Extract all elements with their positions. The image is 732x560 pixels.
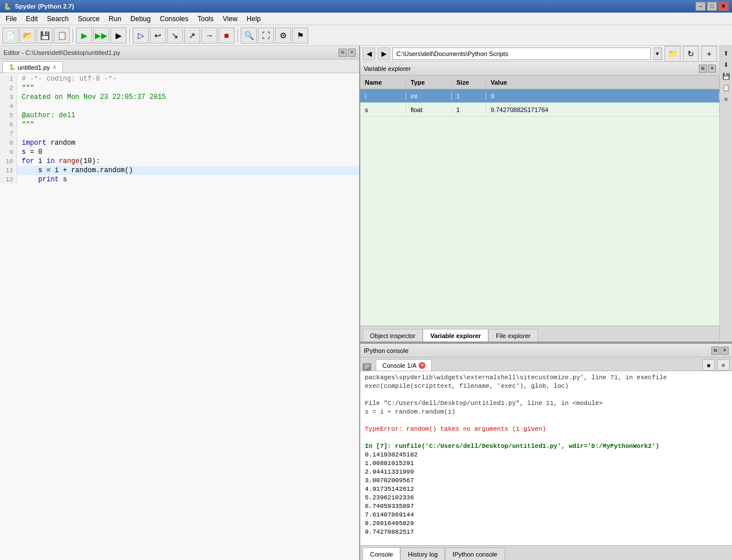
console-tab-close[interactable]: ✕ — [419, 362, 425, 369]
sidebar-icon-1[interactable]: ⬆ — [721, 48, 731, 58]
debug-step-into-button[interactable]: ↘ — [167, 27, 183, 43]
find-button[interactable]: 🔍 — [241, 27, 257, 43]
console-line-2: exec(compile(scripttext, filename, 'exec… — [365, 382, 727, 391]
editor-tab[interactable]: 🐍 untitled1.py ✕ — [2, 61, 63, 73]
editor-panel-controls: ⧉ ✕ — [339, 49, 356, 57]
var-explorer-close-button[interactable]: ✕ — [708, 65, 716, 73]
menu-view[interactable]: View — [218, 14, 242, 24]
tab-label: untitled1.py — [18, 64, 50, 71]
console-close-button[interactable]: ✕ — [721, 347, 729, 355]
nav-refresh-button[interactable]: ↻ — [683, 46, 699, 62]
tab-close-icon[interactable]: ✕ — [52, 64, 57, 70]
minimize-button[interactable]: ─ — [695, 2, 706, 11]
main-toolbar: 📄 📂 💾 📋 ▶ ▶▶ ▶ ▷ ↩ ↘ ↗ → ■ 🔍 ⛶ ⚙ ⚑ — [0, 25, 732, 46]
code-line-6: 6 """ — [0, 120, 359, 129]
console-line-9: In [7]: runfile('C:/Users/dell/Desktop/u… — [365, 442, 727, 451]
save-file-button[interactable]: 💾 — [37, 27, 53, 43]
console-line-4: File "C:/Users/dell/Desktop/untitled1.py… — [365, 399, 727, 408]
nav-path[interactable]: C:\Users\dell\Documents\Python Scripts — [392, 47, 651, 60]
nav-add-button[interactable]: + — [701, 46, 717, 62]
menu-help[interactable]: Help — [242, 14, 265, 24]
tab-object-inspector[interactable]: Object inspector — [363, 329, 423, 341]
sidebar-icon-3[interactable]: 💾 — [721, 71, 731, 81]
right-panel: ◀ ▶ C:\Users\dell\Documents\Python Scrip… — [360, 46, 732, 560]
menu-edit[interactable]: Edit — [21, 14, 42, 24]
console-line-7: TypeError: random() takes no arguments (… — [365, 425, 727, 434]
window-controls: ─ □ ✕ — [695, 2, 729, 11]
open-file-button[interactable]: 📂 — [19, 27, 35, 43]
console-line-8 — [365, 434, 727, 442]
menu-source[interactable]: Source — [73, 14, 104, 24]
save-all-button[interactable]: 📋 — [54, 27, 70, 43]
run-button[interactable]: ▶ — [76, 27, 92, 43]
editor-title: Editor - C:\Users\dell\Desktop\untitled1… — [3, 49, 339, 56]
editor-restore-button[interactable]: ⧉ — [339, 49, 347, 57]
console-output-9: 8.29816495829 — [365, 519, 727, 528]
debug-run-button[interactable]: ▷ — [133, 27, 149, 43]
console-bottom-tab-history[interactable]: History log — [400, 547, 445, 560]
col-value: Value — [486, 79, 719, 86]
title-icon: 🐍 — [3, 3, 11, 10]
sidebar-icon-5[interactable]: ≡ — [721, 94, 731, 104]
var-value-s: 9.742708825171764 — [486, 106, 719, 113]
console-tab-1[interactable]: Console 1/A ✕ — [376, 359, 432, 371]
menu-file[interactable]: File — [1, 14, 21, 24]
col-name: Name — [360, 79, 406, 86]
code-line-9: 9 s = 0 — [0, 148, 359, 157]
editor-header: Editor - C:\Users\dell\Desktop\untitled1… — [0, 46, 359, 59]
col-type: Type — [406, 79, 452, 86]
console-bottom-tab-ipython[interactable]: IPython console — [445, 547, 504, 560]
var-table-header: Name Type Size Value — [360, 76, 719, 89]
close-button[interactable]: ✕ — [718, 2, 729, 11]
console-panel: IPython console ⧉ ✕ IP Console 1/A ✕ ■ ≡ — [360, 343, 732, 560]
console-line-blank — [365, 537, 727, 545]
editor-panel: Editor - C:\Users\dell\Desktop\untitled1… — [0, 46, 360, 560]
run-selection-button[interactable]: ▶ — [110, 27, 126, 43]
console-output-7: 6.74059335897 — [365, 502, 727, 511]
console-bottom-tab-console[interactable]: Console — [363, 547, 400, 560]
sidebar-icon-4[interactable]: 📋 — [721, 82, 731, 93]
settings-button[interactable]: ⚙ — [275, 27, 291, 43]
debug-step-button[interactable]: ↩ — [150, 27, 166, 43]
debug-continue-button[interactable]: → — [201, 27, 217, 43]
editor-close-button[interactable]: ✕ — [348, 49, 356, 57]
col-size: Size — [452, 79, 486, 86]
menu-consoles[interactable]: Consoles — [155, 14, 193, 24]
maximize-button[interactable]: □ — [707, 2, 717, 11]
menu-search[interactable]: Search — [42, 14, 73, 24]
menu-tools[interactable]: Tools — [193, 14, 218, 24]
console-output-6: 5.23962102336 — [365, 494, 727, 502]
var-explorer-restore-button[interactable]: ⧉ — [699, 65, 707, 73]
nav-folder-button[interactable]: 📁 — [665, 46, 681, 62]
stop-button[interactable]: ■ — [218, 27, 234, 43]
menu-run[interactable]: Run — [104, 14, 126, 24]
code-line-11: 11 s = i + random.random() — [0, 166, 359, 175]
console-content: packages\spyderlib\widgets\externalshell… — [360, 371, 732, 545]
editor-tab-bar: 🐍 untitled1.py ✕ — [0, 59, 359, 73]
tab-variable-explorer[interactable]: Variable explorer — [423, 329, 488, 341]
fullscreen-button[interactable]: ⛶ — [258, 27, 274, 43]
sidebar-icon-2[interactable]: ⬇ — [721, 59, 731, 70]
var-row-i[interactable]: i int 1 9 — [360, 89, 719, 103]
console-output-8: 7.61407869144 — [365, 511, 727, 519]
debug-step-out-button[interactable]: ↗ — [184, 27, 200, 43]
console-tab-icon: IP — [363, 363, 371, 371]
new-file-button[interactable]: 📄 — [2, 27, 18, 43]
var-bottom-tabs: Object inspector Variable explorer File … — [360, 325, 719, 341]
extra-button[interactable]: ⚑ — [292, 27, 308, 43]
console-line-3 — [365, 391, 727, 399]
menu-debug[interactable]: Debug — [126, 14, 155, 24]
nav-back-button[interactable]: ◀ — [363, 47, 375, 60]
file-icon: 🐍 — [9, 64, 15, 70]
var-row-s[interactable]: s float 1 9.742708825171764 — [360, 103, 719, 117]
console-stop-button[interactable]: ■ — [702, 359, 715, 371]
console-clear-button[interactable]: ≡ — [717, 359, 730, 371]
run-cell-button[interactable]: ▶▶ — [93, 27, 109, 43]
nav-dropdown-icon[interactable]: ▼ — [653, 47, 662, 60]
toolbar-sep-1 — [73, 29, 73, 42]
console-restore-button[interactable]: ⧉ — [711, 347, 719, 355]
variable-table: Name Type Size Value i int 1 9 — [360, 76, 719, 325]
nav-forward-button[interactable]: ▶ — [377, 47, 390, 60]
console-tab-label: Console 1/A — [382, 362, 416, 369]
tab-file-explorer[interactable]: File explorer — [488, 329, 538, 341]
